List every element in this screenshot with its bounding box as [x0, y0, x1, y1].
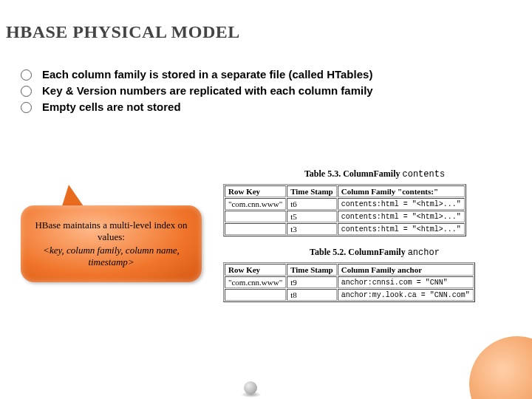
- cell-ts: t9: [287, 276, 337, 288]
- bullet-item: Empty cells are not stored: [21, 100, 532, 113]
- table-row: t8 anchor:my.look.ca = "CNN.com": [225, 289, 474, 301]
- table1-caption: Table 5.3. ColumnFamily contents: [223, 168, 526, 180]
- bubble-line2: <key, column family, column name, timest…: [30, 245, 193, 269]
- table-row: "com.cnn.www" t6 contents:html = "<html>…: [225, 198, 465, 210]
- bullet-marker-icon: [21, 69, 32, 81]
- cell-rowkey: [225, 211, 286, 222]
- cell-rowkey: "com.cnn.www": [225, 276, 286, 288]
- decorative-circle-icon: [469, 336, 532, 399]
- table1-caption-prefix: Table 5.3. ColumnFamily: [304, 168, 403, 179]
- bullet-marker-icon: [21, 102, 32, 113]
- bubble-body: HBase maintains a multi-level index on v…: [21, 205, 202, 282]
- cell-ts: t8: [287, 289, 337, 301]
- table1-caption-mono: contents: [402, 169, 445, 180]
- cell-value: contents:html = "<html>...": [338, 211, 465, 222]
- bullet-text: Key & Version numbers are replicated wit…: [42, 84, 373, 97]
- cell-ts: t6: [287, 198, 337, 210]
- table-anchor: Row Key Time Stamp Column Family anchor …: [223, 262, 475, 302]
- th-cf-anchor: Column Family anchor: [338, 264, 474, 276]
- cell-value: anchor:cnnsi.com = "CNN": [338, 276, 474, 288]
- table-row: t3 contents:html = "<html>...": [225, 223, 465, 235]
- bullet-text: Empty cells are not stored: [42, 100, 181, 113]
- bullet-list: Each column family is stored in a separa…: [0, 42, 532, 113]
- table-contents: Row Key Time Stamp Column Family "conten…: [223, 184, 466, 236]
- th-timestamp: Time Stamp: [287, 264, 337, 276]
- bullet-marker-icon: [21, 86, 32, 97]
- cell-value: contents:html = "<html>...": [338, 198, 465, 210]
- bullet-text: Each column family is stored in a separa…: [42, 68, 372, 81]
- cell-rowkey: [225, 289, 286, 301]
- table2-caption: Table 5.2. ColumnFamily anchor: [223, 247, 526, 258]
- table-row: "com.cnn.www" t9 anchor:cnnsi.com = "CNN…: [225, 276, 474, 288]
- table2-caption-prefix: Table 5.2. ColumnFamily: [310, 247, 408, 257]
- cell-rowkey: "com.cnn.www": [225, 198, 286, 210]
- cell-rowkey: [225, 223, 286, 235]
- th-rowkey: Row Key: [225, 185, 286, 197]
- table2-caption-mono: anchor: [408, 248, 440, 258]
- callout-bubble: HBase maintains a multi-level index on v…: [21, 205, 202, 290]
- bubble-line1: HBase maintains a multi-level index on v…: [30, 219, 193, 244]
- bullet-item: Each column family is stored in a separa…: [21, 68, 532, 81]
- cell-value: contents:html = "<html>...": [338, 223, 465, 235]
- cell-ts: t3: [287, 223, 337, 235]
- cell-ts: t5: [287, 211, 337, 222]
- table-header-row: Row Key Time Stamp Column Family anchor: [225, 264, 474, 276]
- cell-value: anchor:my.look.ca = "CNN.com": [338, 289, 474, 301]
- th-cf-contents: Column Family "contents:": [338, 185, 465, 197]
- table-header-row: Row Key Time Stamp Column Family "conten…: [225, 185, 465, 197]
- bullet-item: Key & Version numbers are replicated wit…: [21, 84, 532, 97]
- th-rowkey: Row Key: [225, 264, 286, 276]
- ball-icon: [244, 381, 257, 395]
- tables-area: Table 5.3. ColumnFamily contents Row Key…: [223, 168, 526, 313]
- slide-title: HBASE PHYSICAL MODEL: [0, 0, 532, 42]
- th-timestamp: Time Stamp: [287, 185, 337, 197]
- table-row: t5 contents:html = "<html>...": [225, 211, 465, 222]
